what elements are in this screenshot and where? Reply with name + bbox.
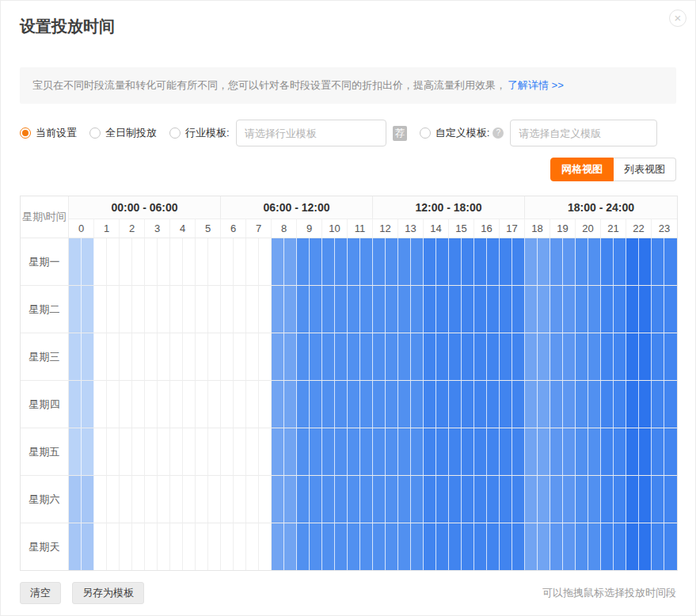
time-slot-cell[interactable] [322,428,335,475]
time-slot-cell[interactable] [132,286,145,333]
time-slot-cell[interactable] [538,428,550,475]
time-slot-cell[interactable] [652,333,664,380]
time-slot-cell[interactable] [120,428,132,475]
time-slot-cell[interactable] [538,381,550,428]
time-slot-cell[interactable] [436,428,449,475]
time-slot-cell[interactable] [424,428,436,475]
time-slot-cell[interactable] [550,476,563,523]
help-icon[interactable]: ? [493,127,504,139]
time-slot-cell[interactable] [563,476,576,523]
time-slot-cell[interactable] [94,381,107,428]
time-slot-cell[interactable] [297,476,310,523]
time-slot-cell[interactable] [69,428,82,475]
radio-icon[interactable] [89,127,101,139]
time-slot-cell[interactable] [69,381,82,428]
time-slot-cell[interactable] [398,381,411,428]
time-slot-cell[interactable] [639,523,652,570]
time-slot-cell[interactable] [196,476,208,523]
time-slot-cell[interactable] [259,381,272,428]
time-slot-cell[interactable] [272,286,284,333]
custom-template-input[interactable] [510,120,657,146]
time-slot-cell[interactable] [487,286,500,333]
time-slot-cell[interactable] [284,476,297,523]
time-slot-cell[interactable] [132,523,145,570]
time-slot-cell[interactable] [588,428,601,475]
time-slot-cell[interactable] [246,333,259,380]
time-slot-cell[interactable] [601,476,614,523]
time-slot-cell[interactable] [500,523,512,570]
time-slot-cell[interactable] [436,381,449,428]
time-slot-cell[interactable] [512,428,525,475]
time-slot-cell[interactable] [82,476,94,523]
time-slot-cell[interactable] [652,476,664,523]
time-slot-cell[interactable] [272,476,284,523]
time-slot-cell[interactable] [424,381,436,428]
time-slot-cell[interactable] [183,523,196,570]
time-slot-cell[interactable] [335,523,348,570]
time-slot-cell[interactable] [322,476,335,523]
time-slot-cell[interactable] [132,238,145,285]
save-as-template-button[interactable]: 另存为模板 [72,582,144,604]
time-slot-cell[interactable] [221,238,234,285]
time-slot-cell[interactable] [512,238,525,285]
time-slot-cell[interactable] [373,238,386,285]
time-slot-cell[interactable] [259,333,272,380]
time-slot-cell[interactable] [386,428,398,475]
time-slot-cell[interactable] [664,381,677,428]
time-slot-cell[interactable] [145,286,158,333]
time-slot-cell[interactable] [360,238,373,285]
time-slot-cell[interactable] [449,476,462,523]
time-slot-cell[interactable] [297,333,310,380]
time-slot-cell[interactable] [474,381,487,428]
time-slot-cell[interactable] [284,333,297,380]
time-slot-cell[interactable] [335,428,348,475]
time-slot-cell[interactable] [107,238,120,285]
time-slot-cell[interactable] [246,381,259,428]
time-slot-cell[interactable] [373,476,386,523]
time-slot-cell[interactable] [474,476,487,523]
time-slot-cell[interactable] [221,523,234,570]
time-slot-cell[interactable] [563,286,576,333]
time-slot-cell[interactable] [221,476,234,523]
time-slot-cell[interactable] [107,286,120,333]
time-slot-cell[interactable] [487,523,500,570]
time-slot-cell[interactable] [626,333,639,380]
time-slot-cell[interactable] [639,286,652,333]
time-slot-cell[interactable] [348,523,360,570]
time-slot-cell[interactable] [588,333,601,380]
time-slot-cell[interactable] [208,476,221,523]
time-slot-cell[interactable] [221,333,234,380]
time-slot-cell[interactable] [208,523,221,570]
radio-selected-icon[interactable] [20,127,31,139]
time-slot-cell[interactable] [474,523,487,570]
time-slot-cell[interactable] [196,333,208,380]
time-slot-cell[interactable] [487,238,500,285]
radio-all-day[interactable]: 全日制投放 [89,126,157,140]
time-slot-cell[interactable] [234,238,246,285]
time-slot-cell[interactable] [436,476,449,523]
time-slot-cell[interactable] [614,381,626,428]
time-slot-cell[interactable] [322,381,335,428]
time-slot-cell[interactable] [449,238,462,285]
time-slot-cell[interactable] [576,523,588,570]
time-slot-cell[interactable] [512,333,525,380]
time-slot-cell[interactable] [120,523,132,570]
time-slot-cell[interactable] [221,381,234,428]
time-slot-cell[interactable] [297,428,310,475]
time-slot-cell[interactable] [525,476,538,523]
time-slot-cell[interactable] [145,381,158,428]
time-slot-cell[interactable] [398,286,411,333]
time-slot-cell[interactable] [120,476,132,523]
time-slot-cell[interactable] [462,333,474,380]
time-slot-cell[interactable] [386,286,398,333]
time-slot-cell[interactable] [310,381,322,428]
time-slot-cell[interactable] [94,286,107,333]
time-slot-cell[interactable] [664,523,677,570]
time-slot-cell[interactable] [145,476,158,523]
time-slot-cell[interactable] [588,381,601,428]
time-slot-cell[interactable] [208,238,221,285]
time-slot-cell[interactable] [563,238,576,285]
time-slot-cell[interactable] [487,381,500,428]
time-slot-cell[interactable] [284,286,297,333]
time-slot-cell[interactable] [588,476,601,523]
